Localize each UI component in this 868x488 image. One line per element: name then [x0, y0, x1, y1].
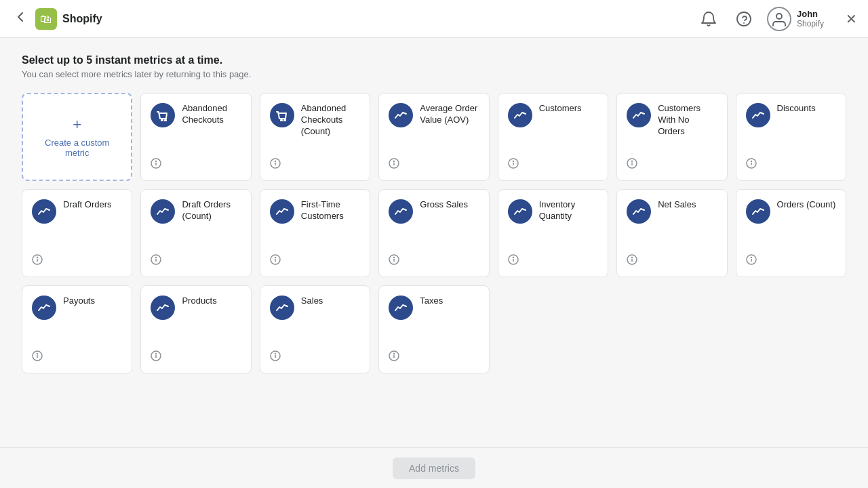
- metric-card-abandoned-checkouts[interactable]: Abandoned Checkouts: [140, 93, 251, 181]
- metric-card-sales[interactable]: Sales: [260, 285, 370, 373]
- user-section[interactable]: John Shopify: [767, 7, 824, 31]
- metric-icon-abandoned-checkouts: [151, 103, 175, 127]
- metric-label-average-order-value: Average Order Value (AOV): [420, 103, 479, 126]
- metric-card-top: Taxes: [389, 296, 479, 320]
- metric-icon-orders-count: [746, 199, 770, 224]
- svg-point-23: [632, 161, 633, 162]
- svg-point-47: [751, 258, 751, 258]
- metric-card-top: Inventory Quantity: [508, 199, 598, 224]
- metrics-row-3: Payouts Products Sales: [22, 285, 846, 373]
- metric-label-discounts: Discounts: [777, 103, 816, 115]
- metric-card-first-time-customers[interactable]: First-Time Customers: [260, 189, 370, 277]
- metric-info-abandoned-checkouts[interactable]: [151, 158, 241, 171]
- svg-point-53: [156, 354, 157, 354]
- svg-point-59: [394, 354, 395, 354]
- metric-label-sales: Sales: [301, 296, 323, 307]
- header: 🛍 Shopify John: [0, 0, 868, 38]
- metric-info-average-order-value[interactable]: [389, 158, 479, 171]
- metric-card-net-sales[interactable]: Net Sales: [616, 189, 727, 277]
- metric-info-payouts[interactable]: [32, 350, 122, 363]
- close-button[interactable]: ✕: [846, 11, 857, 27]
- svg-point-56: [275, 354, 275, 354]
- metric-icon-gross-sales: [389, 199, 413, 224]
- metric-info-products[interactable]: [151, 350, 241, 363]
- metric-card-top: Customers: [508, 103, 598, 127]
- metric-info-taxes[interactable]: [389, 350, 479, 363]
- back-button[interactable]: [11, 7, 30, 30]
- svg-point-5: [161, 120, 163, 121]
- metric-card-top: Net Sales: [627, 199, 717, 224]
- metric-icon-taxes: [389, 296, 413, 320]
- svg-point-17: [394, 161, 395, 162]
- svg-point-6: [165, 120, 166, 121]
- notifications-button[interactable]: [696, 7, 721, 31]
- metric-info-customers-no-orders[interactable]: [627, 158, 717, 171]
- metric-info-gross-sales[interactable]: [389, 254, 479, 267]
- metric-icon-inventory-quantity: [508, 199, 532, 224]
- metric-info-sales[interactable]: [270, 350, 360, 363]
- user-avatar: [767, 7, 791, 31]
- metric-label-inventory-quantity: Inventory Quantity: [539, 199, 598, 222]
- metric-icon-discounts: [746, 103, 770, 127]
- metric-card-top: Discounts: [746, 103, 836, 127]
- metric-label-abandoned-checkouts-count: Abandoned Checkouts (Count): [301, 103, 360, 138]
- metric-card-customers[interactable]: Customers: [498, 93, 608, 181]
- metric-card-top: Draft Orders (Count): [151, 199, 241, 224]
- metric-info-discounts[interactable]: [746, 158, 836, 171]
- metric-icon-net-sales: [627, 199, 651, 224]
- svg-point-38: [394, 258, 395, 258]
- help-button[interactable]: [732, 7, 756, 31]
- metric-icon-sales: [270, 296, 294, 320]
- metric-info-abandoned-checkouts-count[interactable]: [270, 158, 360, 171]
- metric-card-average-order-value[interactable]: Average Order Value (AOV): [378, 93, 489, 181]
- create-custom-metric-card[interactable]: + Create a custom metric: [22, 93, 132, 181]
- svg-point-11: [284, 120, 285, 121]
- main-content: Select up to 5 instant metrics at a time…: [0, 38, 868, 488]
- metric-label-gross-sales: Gross Sales: [420, 199, 468, 211]
- metric-label-taxes: Taxes: [420, 296, 443, 307]
- metric-icon-draft-orders: [32, 199, 56, 224]
- metric-card-abandoned-checkouts-count[interactable]: Abandoned Checkouts (Count): [260, 93, 370, 181]
- add-metrics-button[interactable]: Add metrics: [393, 458, 475, 479]
- metric-info-inventory-quantity[interactable]: [508, 254, 598, 267]
- metric-card-draft-orders-count[interactable]: Draft Orders (Count): [140, 189, 251, 277]
- metric-card-gross-sales[interactable]: Gross Sales: [378, 189, 489, 277]
- metric-card-top: First-Time Customers: [270, 199, 360, 224]
- metric-card-top: Average Order Value (AOV): [389, 103, 479, 127]
- metric-label-payouts: Payouts: [63, 296, 95, 307]
- metric-card-orders-count[interactable]: Orders (Count): [736, 189, 846, 277]
- footer: Add metrics: [0, 447, 868, 488]
- app-title: Shopify: [62, 13, 102, 25]
- metric-card-inventory-quantity[interactable]: Inventory Quantity: [498, 189, 608, 277]
- metric-card-top: Gross Sales: [389, 199, 479, 224]
- metric-info-net-sales[interactable]: [627, 254, 717, 267]
- metric-icon-customers-no-orders: [627, 103, 651, 127]
- user-name: John: [797, 9, 824, 19]
- svg-point-10: [281, 120, 282, 121]
- metric-icon-first-time-customers: [270, 199, 294, 224]
- metric-card-top: Customers With No Orders: [627, 103, 717, 138]
- svg-point-44: [632, 258, 633, 258]
- metric-info-orders-count[interactable]: [746, 254, 836, 267]
- svg-point-9: [156, 161, 157, 162]
- metric-icon-products: [151, 296, 175, 320]
- svg-point-26: [751, 161, 751, 162]
- metric-card-customers-no-orders[interactable]: Customers With No Orders: [616, 93, 727, 181]
- metric-card-payouts[interactable]: Payouts: [22, 285, 132, 373]
- shopify-logo: 🛍: [35, 8, 57, 30]
- metric-info-first-time-customers[interactable]: [270, 254, 360, 267]
- metric-info-customers[interactable]: [508, 158, 598, 171]
- metric-card-products[interactable]: Products: [140, 285, 251, 373]
- metric-label-customers: Customers: [539, 103, 582, 115]
- metric-card-top: Draft Orders: [32, 199, 122, 224]
- metric-info-draft-orders[interactable]: [32, 254, 122, 267]
- svg-point-20: [513, 161, 513, 162]
- metrics-row-1: + Create a custom metric Abandoned Check…: [22, 93, 846, 181]
- metric-card-draft-orders[interactable]: Draft Orders: [22, 189, 132, 277]
- user-shop: Shopify: [797, 19, 824, 28]
- metric-icon-customers: [508, 103, 532, 127]
- metric-card-taxes[interactable]: Taxes: [378, 285, 489, 373]
- metric-card-top: Orders (Count): [746, 199, 836, 224]
- metric-info-draft-orders-count[interactable]: [151, 254, 241, 267]
- metric-card-discounts[interactable]: Discounts: [736, 93, 846, 181]
